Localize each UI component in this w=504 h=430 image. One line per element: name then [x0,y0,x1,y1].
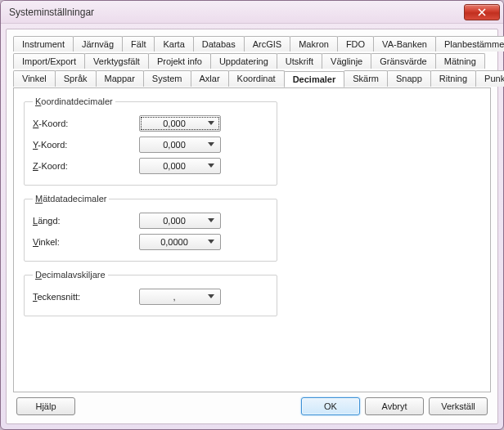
close-icon [478,8,486,16]
row-teckensnitt: Teckensnitt: , [33,286,268,307]
tab-mappar[interactable]: Mappar [96,70,144,87]
row-z-koord: Z-Koord: 0,000 [33,155,268,177]
group-koordinatdecimaler: Koordinatdecimaler X-Koord: 0,000 Y-Koor… [24,96,277,186]
tab-m-tning[interactable]: Mätning [435,53,485,69]
tab-vinkel[interactable]: Vinkel [13,70,56,87]
tab-planbest-mmelser[interactable]: Planbestämmelser [435,36,504,52]
tab-strip: InstrumentJärnvägFältKartaDatabasArcGISM… [13,36,491,88]
label-teckensnitt: Teckensnitt: [33,292,139,302]
label-vinkel: Vinkel: [33,237,139,247]
tab-axlar[interactable]: Axlar [191,70,229,87]
tab-v-glinje[interactable]: Väglinje [322,53,371,69]
dialog-window: Systeminställningar InstrumentJärnvägFäl… [0,0,504,430]
apply-button[interactable]: Verkställ [429,397,488,415]
footer: Hjälp OK Avbryt Verkställ [13,392,491,417]
label-x-koord: X-Koord: [33,119,139,128]
tab-utskrift[interactable]: Utskrift [277,53,322,69]
tab-gr-nsv-rde[interactable]: Gränsvärde [371,53,435,69]
chevron-down-icon [205,294,217,299]
tab-system[interactable]: System [143,70,191,87]
tab-verktygsf-lt[interactable]: Verktygsfält [84,53,149,69]
tab-f-lt[interactable]: Fält [122,36,155,52]
cancel-button[interactable]: Avbryt [365,397,424,415]
window-title: Systeminställningar [9,7,464,18]
help-button[interactable]: Hjälp [16,397,75,415]
combo-y-koord[interactable]: 0,000 [139,137,221,153]
row-langd: Längd: 0,000 [33,210,268,231]
tab-koordinat[interactable]: Koordinat [228,70,285,87]
tab-karta[interactable]: Karta [154,36,193,52]
row-vinkel: Vinkel: 0,0000 [33,231,268,253]
tab-databas[interactable]: Databas [193,36,245,52]
tab-fdo[interactable]: FDO [337,36,374,52]
label-z-koord: Z-Koord: [33,161,139,171]
tab-uppdatering[interactable]: Uppdatering [210,53,277,69]
label-langd: Längd: [33,216,139,226]
combo-x-koord[interactable]: 0,000 [139,115,221,132]
tab-makron[interactable]: Makron [290,36,338,52]
chevron-down-icon [205,121,217,126]
ok-button[interactable]: OK [301,397,360,415]
tab-panel-decimaler: Koordinatdecimaler X-Koord: 0,000 Y-Koor… [13,87,491,392]
chevron-down-icon [205,142,217,147]
tab-sk-rm[interactable]: Skärm [344,70,388,87]
group-legend: Mätdatadecimaler [33,194,109,204]
tab-ritning[interactable]: Ritning [430,70,476,87]
tab-arcgis[interactable]: ArcGIS [244,36,290,52]
row-x-koord: X-Koord: 0,000 [33,113,268,134]
group-legend: Koordinatdecimaler [33,96,115,106]
chevron-down-icon [205,163,217,168]
client-area: InstrumentJärnvägFältKartaDatabasArcGISM… [6,29,498,424]
row-y-koord: Y-Koord: 0,000 [33,134,268,155]
chevron-down-icon [205,240,217,244]
label-y-koord: Y-Koord: [33,140,139,150]
group-matdatadecimaler: Mätdatadecimaler Längd: 0,000 Vinkel: 0,… [24,194,277,262]
tab-snapp[interactable]: Snapp [387,70,431,87]
group-legend: Decimalavskiljare [33,270,108,280]
tab-va-banken[interactable]: VA-Banken [373,36,436,52]
tab-decimaler[interactable]: Decimaler [284,71,345,87]
combo-teckensnitt[interactable]: , [139,289,221,305]
chevron-down-icon [205,218,217,223]
titlebar: Systeminställningar [1,1,503,24]
combo-vinkel[interactable]: 0,0000 [139,234,221,250]
tab-punktinfo[interactable]: Punktinfo [475,70,504,87]
tab-spr-k[interactable]: Språk [55,70,97,87]
tab-instrument[interactable]: Instrument [13,36,74,52]
tab-projekt-info[interactable]: Projekt info [148,53,211,69]
combo-langd[interactable]: 0,000 [139,213,221,229]
tab-j-rnv-g[interactable]: Järnväg [73,36,123,52]
tab-import-export[interactable]: Import/Export [13,53,85,69]
group-decimalavskiljare: Decimalavskiljare Teckensnitt: , [24,270,277,316]
close-button[interactable] [464,4,500,20]
combo-z-koord[interactable]: 0,000 [139,158,221,174]
